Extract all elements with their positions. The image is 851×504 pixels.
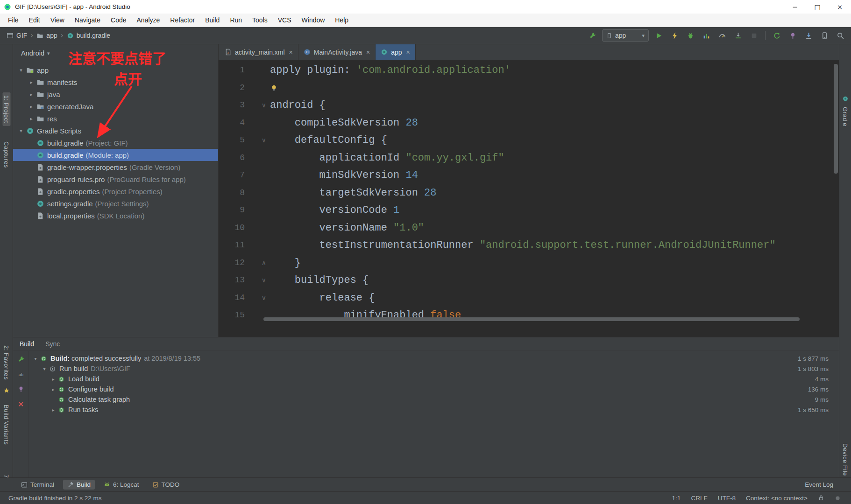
stripe-button-captures[interactable]: Captures bbox=[3, 141, 10, 168]
stripe-button-2-favorites[interactable]: 2: Favorites bbox=[3, 345, 10, 380]
tree-item-label: generatedJava bbox=[47, 103, 93, 111]
chevron-down-icon[interactable]: ▾ bbox=[17, 128, 25, 134]
tree-item-res[interactable]: ▸res bbox=[13, 112, 218, 125]
filter-errors-icon[interactable] bbox=[17, 400, 25, 408]
fold-marker-icon[interactable]: ∨ bbox=[245, 289, 270, 307]
toolwindow-button-build[interactable]: Build bbox=[63, 480, 95, 490]
coverage-button[interactable] bbox=[716, 29, 728, 42]
chevron-right-icon[interactable]: ▸ bbox=[50, 377, 57, 382]
menu-run[interactable]: Run bbox=[225, 14, 247, 27]
fold-marker-icon[interactable]: ∨ bbox=[245, 272, 270, 289]
breadcrumb-item-app[interactable]: app bbox=[36, 32, 57, 39]
menu-analyze[interactable]: Analyze bbox=[132, 14, 165, 27]
toolwindow-button-todo[interactable]: TODO bbox=[148, 480, 184, 490]
horizontal-scrollbar[interactable] bbox=[263, 317, 800, 321]
filter-warnings-icon[interactable] bbox=[17, 385, 25, 393]
tab-sync[interactable]: Sync bbox=[45, 340, 60, 348]
tree-item-java[interactable]: ▸java bbox=[13, 88, 218, 100]
tree-item-gradle-properties-project-properties[interactable]: gradle.properties(Project Properties) bbox=[13, 185, 218, 197]
filter-text-icon[interactable]: ab bbox=[17, 371, 25, 378]
vertical-scrollbar[interactable] bbox=[834, 64, 838, 174]
chevron-down-icon[interactable]: ▾ bbox=[41, 366, 48, 371]
menu-refactor[interactable]: Refactor bbox=[165, 14, 200, 27]
lock-icon[interactable] bbox=[818, 495, 824, 501]
tree-item-settings-gradle-project-settings[interactable]: settings.gradle(Project Settings) bbox=[13, 197, 218, 210]
chevron-right-icon[interactable]: ▸ bbox=[50, 407, 57, 413]
menu-code[interactable]: Code bbox=[106, 14, 131, 27]
tree-item-proguard-rules-pro-proguard-rules-for-app[interactable]: proguard-rules.pro(ProGuard Rules for ap… bbox=[13, 173, 218, 185]
chevron-right-icon[interactable]: ▸ bbox=[27, 104, 35, 110]
attach-debugger-button[interactable] bbox=[732, 29, 744, 42]
build-tree-row-run-build[interactable]: ▾Run buildD:\Users\GIF1 s 803 ms bbox=[29, 364, 839, 374]
star-icon[interactable] bbox=[3, 387, 9, 393]
debug-button[interactable] bbox=[684, 29, 696, 42]
close-button[interactable]: × bbox=[829, 0, 851, 14]
code-editor[interactable]: 1apply plugin: 'com.android.application'… bbox=[219, 60, 839, 324]
run-button[interactable] bbox=[652, 29, 665, 42]
breadcrumb-item-gif[interactable]: GIF bbox=[7, 32, 27, 39]
toolwindow-button-terminal[interactable]: Terminal bbox=[17, 480, 58, 490]
run-config-select[interactable]: app▾ bbox=[602, 29, 649, 42]
menu-edit[interactable]: Edit bbox=[24, 14, 45, 27]
menu-help[interactable]: Help bbox=[330, 14, 354, 27]
editor-tab-app[interactable]: app× bbox=[376, 44, 416, 60]
editor-tab-mainactivity-java[interactable]: CMainActivity.java× bbox=[298, 44, 376, 60]
stripe-button-gradle[interactable]: Gradle bbox=[842, 107, 849, 126]
menu-vcs[interactable]: VCS bbox=[273, 14, 297, 27]
toolwindow-button-6-logcat[interactable]: 6: Logcat bbox=[99, 480, 143, 490]
maximize-button[interactable]: □ bbox=[806, 0, 829, 14]
tab-build[interactable]: Build bbox=[20, 340, 34, 348]
tree-item-generatedjava[interactable]: ▸generatedJava bbox=[13, 100, 218, 112]
minimize-button[interactable]: ─ bbox=[784, 0, 806, 14]
layout-inspector-button[interactable] bbox=[787, 29, 799, 42]
build-tree-row-calculate-task-graph[interactable]: Calculate task graph9 ms bbox=[29, 394, 839, 405]
stripe-button-build-variants[interactable]: Build Variants bbox=[3, 405, 10, 445]
chevron-right-icon[interactable]: ▸ bbox=[27, 79, 35, 85]
encoding-widget[interactable]: UTF-8 bbox=[718, 495, 736, 502]
close-tab-icon[interactable]: × bbox=[406, 49, 410, 56]
line-ending-widget[interactable]: CRLF bbox=[691, 495, 707, 502]
filter-success-icon[interactable] bbox=[17, 356, 25, 363]
context-widget[interactable]: Context: <no context> bbox=[746, 495, 808, 502]
caret-position-widget[interactable]: 1:1 bbox=[672, 495, 681, 502]
build-tree-row-configure-build[interactable]: ▸Configure build136 ms bbox=[29, 384, 839, 394]
tree-item-gradle-wrapper-properties-gradle-version[interactable]: gradle-wrapper.properties(Gradle Version… bbox=[13, 161, 218, 173]
menu-navigate[interactable]: Navigate bbox=[70, 14, 106, 27]
chevron-down-icon[interactable]: ▾ bbox=[17, 67, 25, 73]
sync-project-button[interactable] bbox=[771, 29, 783, 42]
fold-marker-icon[interactable]: ∨ bbox=[245, 132, 270, 149]
build-tree-row-run-tasks[interactable]: ▸Run tasks1 s 650 ms bbox=[29, 405, 839, 415]
avd-manager-button[interactable] bbox=[818, 29, 830, 42]
tree-item-gradle-scripts[interactable]: ▾Gradle Scripts bbox=[13, 125, 218, 137]
chevron-right-icon[interactable]: ▸ bbox=[27, 91, 35, 98]
menu-tools[interactable]: Tools bbox=[247, 14, 273, 27]
event-log-button[interactable]: Event Log bbox=[801, 481, 845, 488]
breadcrumb-item-build-gradle[interactable]: build.gradle bbox=[67, 32, 110, 39]
sdk-manager-button[interactable] bbox=[802, 29, 815, 42]
stop-button[interactable] bbox=[748, 29, 760, 42]
chevron-right-icon[interactable]: ▸ bbox=[50, 387, 57, 392]
build-button[interactable] bbox=[586, 29, 598, 42]
chevron-right-icon[interactable]: ▸ bbox=[27, 116, 35, 122]
apply-changes-button[interactable] bbox=[668, 29, 681, 42]
fold-marker-icon[interactable]: ∨ bbox=[245, 97, 270, 114]
intention-bulb-icon[interactable] bbox=[270, 84, 278, 92]
tree-item-build-gradle-module-app[interactable]: build.gradle(Module: app) bbox=[13, 149, 218, 161]
editor-tab-activity-main-xml[interactable]: xactivity_main.xml× bbox=[220, 44, 298, 60]
fold-marker-icon[interactable]: ∧ bbox=[245, 254, 270, 272]
menu-build[interactable]: Build bbox=[200, 14, 225, 27]
menu-window[interactable]: Window bbox=[297, 14, 330, 27]
stripe-button-1-project[interactable]: 1: Project bbox=[2, 92, 10, 126]
build-tree-row-completed-successfully[interactable]: ▾Build: completed successfullyat 2019/8/… bbox=[29, 353, 839, 364]
search-everywhere-button[interactable] bbox=[834, 29, 846, 42]
chevron-down-icon[interactable]: ▾ bbox=[32, 356, 39, 361]
build-tree-row-load-build[interactable]: ▸Load build4 ms bbox=[29, 374, 839, 384]
menu-view[interactable]: View bbox=[45, 14, 70, 27]
close-tab-icon[interactable]: × bbox=[289, 49, 293, 56]
tree-item-local-properties-sdk-location[interactable]: local.properties(SDK Location) bbox=[13, 210, 218, 222]
profile-button[interactable] bbox=[700, 29, 712, 42]
close-tab-icon[interactable]: × bbox=[366, 49, 370, 56]
menu-file[interactable]: File bbox=[3, 14, 24, 27]
project-view-selector[interactable]: Android bbox=[21, 49, 44, 57]
tree-item-build-gradle-project-gif[interactable]: build.gradle(Project: GIF) bbox=[13, 137, 218, 149]
